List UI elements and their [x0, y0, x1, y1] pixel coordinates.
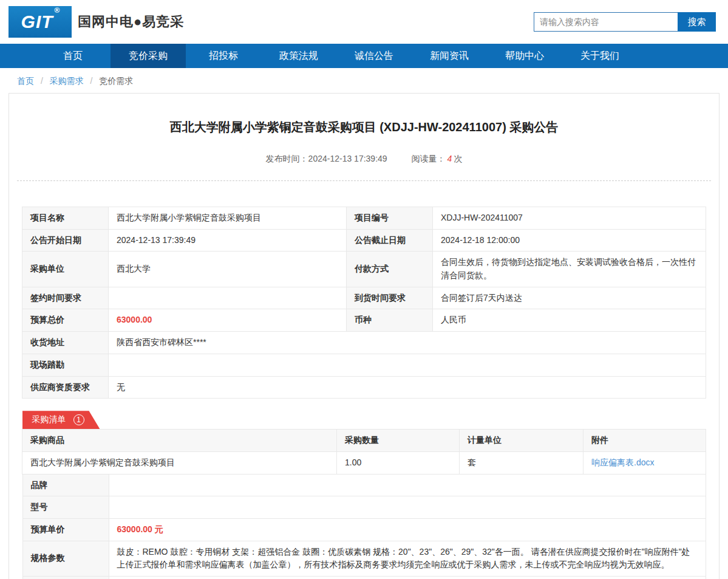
field-label: 付款方式: [347, 252, 433, 287]
nav-item-about-us[interactable]: 关于我们: [562, 44, 638, 68]
budget-unit-price-value: 63000.00 元: [109, 518, 706, 541]
field-value: [109, 354, 706, 376]
field-value: 鼓皮：REMO 鼓腔：专用铜材 支架：超强铝合金 鼓圈：优质碳素钢 规格：20"…: [109, 541, 706, 576]
breadcrumb: 首页 / 采购需求 / 竞价需求: [0, 68, 728, 93]
field-label: 预算总价: [22, 309, 109, 332]
product-quantity: 1.00: [337, 451, 460, 474]
search-bar: 搜索: [534, 12, 716, 32]
field-label: 规格参数: [22, 541, 109, 576]
publish-time-value: 2024-12-13 17:39:49: [308, 154, 387, 163]
search-input[interactable]: [534, 12, 678, 32]
breadcrumb-purchase-demand-link[interactable]: 采购需求: [50, 76, 84, 86]
views-label: 阅读量：: [412, 154, 446, 163]
field-label: 公告截止日期: [347, 229, 433, 252]
site-title: 国网中电●易竞采: [78, 13, 184, 31]
main-nav: 首页 竞价采购 招投标 政策法规 诚信公告 新闻资讯 帮助中心 关于我们: [0, 44, 728, 68]
attachment-link[interactable]: 响应偏离表.docx: [591, 457, 654, 467]
field-label: 品牌: [22, 474, 109, 496]
field-value: 2024-12-18 12:00:00: [433, 229, 706, 252]
purchase-item-details-table: 品牌 型号 预算单价 63000.00 元 规格参数 鼓皮：REMO 鼓腔：专用…: [22, 474, 706, 579]
field-value: 西北大学附属小学紫铜定音鼓采购项目: [109, 207, 347, 230]
table-row: 规格参数 鼓皮：REMO 鼓腔：专用铜材 支架：超强铝合金 鼓圈：优质碳素钢 规…: [22, 541, 706, 576]
breadcrumb-current: 竞价需求: [99, 76, 133, 86]
page-title: 西北大学附属小学紫铜定音鼓采购项目 (XDJJ-HW-202411007) 采购…: [9, 94, 719, 135]
field-value: [109, 474, 706, 496]
nav-item-bidding-purchase[interactable]: 竞价采购: [111, 44, 186, 68]
notice-panel: 西北大学附属小学紫铜定音鼓采购项目 (XDJJ-HW-202411007) 采购…: [9, 93, 719, 579]
column-header-attachment: 附件: [583, 430, 706, 452]
purchase-list-badge-label: 采购清单: [32, 414, 66, 425]
breadcrumb-separator: /: [41, 76, 43, 86]
budget-total-value: 63000.00: [109, 309, 347, 332]
field-label: 签约时间要求: [22, 287, 109, 309]
nav-item-help-center[interactable]: 帮助中心: [487, 44, 562, 68]
nav-item-integrity-notice[interactable]: 诚信公告: [336, 44, 412, 68]
project-info-table: 项目名称 西北大学附属小学紫铜定音鼓采购项目 项目编号 XDJJ-HW-2024…: [22, 207, 706, 399]
dashed-divider: [17, 180, 711, 181]
field-value: [109, 287, 347, 309]
table-row: 公告开始日期 2024-12-13 17:39:49 公告截止日期 2024-1…: [22, 229, 706, 252]
field-label: 到货时间要求: [347, 287, 433, 309]
column-header-product: 采购商品: [22, 430, 337, 452]
field-label: 预算单价: [22, 518, 109, 541]
table-row: 售后服务 质保十年，三年内维护。: [22, 577, 706, 579]
table-row: 项目名称 西北大学附属小学紫铜定音鼓采购项目 项目编号 XDJJ-HW-2024…: [22, 207, 706, 230]
product-name: 西北大学附属小学紫铜定音鼓采购项目: [22, 451, 337, 474]
purchase-list-count-badge: 1: [73, 414, 84, 425]
table-row: 现场踏勘: [22, 354, 706, 376]
field-label: 公告开始日期: [22, 229, 109, 252]
field-value: [109, 496, 706, 519]
nav-item-news[interactable]: 新闻资讯: [412, 44, 487, 68]
purchase-list-badge: 采购清单 1: [22, 411, 100, 429]
field-label: 项目编号: [347, 207, 433, 230]
views-count: 4: [447, 154, 452, 163]
column-header-quantity: 采购数量: [337, 430, 460, 452]
field-value: 人民币: [433, 309, 706, 332]
field-label: 型号: [22, 496, 109, 519]
field-label: 供应商资质要求: [22, 376, 109, 399]
table-row: 型号: [22, 496, 706, 519]
field-label: 币种: [347, 309, 433, 332]
search-button[interactable]: 搜索: [678, 12, 716, 32]
column-header-unit: 计量单位: [460, 430, 583, 452]
table-row: 供应商资质要求 无: [22, 376, 706, 399]
publish-time-label: 发布时间：: [266, 154, 308, 163]
table-row: 西北大学附属小学紫铜定音鼓采购项目 1.00 套 响应偏离表.docx: [22, 451, 706, 474]
field-label: 采购单位: [22, 252, 109, 287]
nav-item-policies[interactable]: 政策法规: [261, 44, 336, 68]
breadcrumb-home-link[interactable]: 首页: [17, 76, 34, 86]
field-value: 合同签订后7天内送达: [433, 287, 706, 309]
table-row: 品牌: [22, 474, 706, 496]
table-header-row: 采购商品 采购数量 计量单位 附件: [22, 430, 706, 452]
registered-trademark-icon: ®: [55, 6, 61, 15]
field-value: 质保十年，三年内维护。: [109, 577, 706, 579]
views-unit: 次: [454, 154, 462, 163]
table-row: 采购单位 西北大学 付款方式 合同生效后，待货物到达指定地点、安装调试验收合格后…: [22, 252, 706, 287]
field-value: 西北大学: [109, 252, 347, 287]
field-value: 陕西省西安市碑林区****: [109, 332, 706, 354]
field-label: 收货地址: [22, 332, 109, 354]
breadcrumb-separator: /: [90, 76, 93, 86]
nav-item-tendering[interactable]: 招投标: [186, 44, 261, 68]
nav-item-home[interactable]: 首页: [35, 44, 111, 68]
table-row: 预算总价 63000.00 币种 人民币: [22, 309, 706, 332]
field-value: 合同生效后，待货物到达指定地点、安装调试验收合格后，一次性付清合同货款。: [433, 252, 706, 287]
field-label: 项目名称: [22, 207, 109, 230]
logo-text: GIT®: [21, 12, 60, 32]
page-header: GIT® 国网中电●易竞采 搜索: [0, 0, 728, 44]
table-row: 收货地址 陕西省西安市碑林区****: [22, 332, 706, 354]
field-label: 现场踏勘: [22, 354, 109, 376]
publish-info: 发布时间：2024-12-13 17:39:49阅读量：4次: [9, 154, 719, 165]
field-value: 无: [109, 376, 706, 399]
field-value: 2024-12-13 17:39:49: [109, 229, 347, 252]
purchase-list-table: 采购商品 采购数量 计量单位 附件 西北大学附属小学紫铜定音鼓采购项目 1.00…: [22, 429, 706, 474]
table-row: 签约时间要求 到货时间要求 合同签订后7天内送达: [22, 287, 706, 309]
product-unit: 套: [460, 451, 583, 474]
site-logo[interactable]: GIT®: [9, 6, 72, 38]
table-row: 预算单价 63000.00 元: [22, 518, 706, 541]
purchase-list-section-header: 采购清单 1: [22, 411, 706, 429]
field-label: 售后服务: [22, 577, 109, 579]
field-value: XDJJ-HW-202411007: [433, 207, 706, 230]
